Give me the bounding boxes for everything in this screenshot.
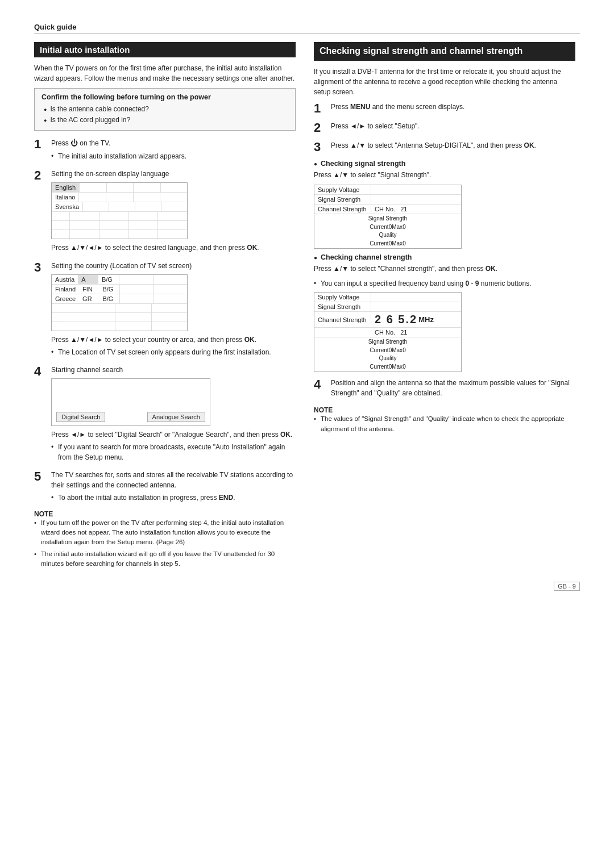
step-4-content: Starting channel search Digital Search A… [51,365,296,464]
lang-select-box: English Italiano Svenska [51,182,188,239]
main-content: Initial auto installation When the TV po… [34,42,580,570]
search-buttons: Digital Search Analogue Search [56,412,205,422]
right-note-item: The values of "Signal Strength" and "Qua… [314,414,575,434]
note-item-1: If you turn off the power on the TV afte… [34,518,296,548]
step-5-content: The TV searches for, sorts and stores al… [51,470,296,504]
right-step-4-num: 4 [314,378,326,391]
step-3-content: Setting the country (Location of TV set … [51,261,296,359]
step-4-text: Starting channel search [51,365,296,375]
note-item-2: The initial auto installation wizard wil… [34,549,296,569]
right-step-4-text: Position and align the antenna so that t… [331,378,575,398]
supply-voltage-row: Supply Voltage [314,185,461,195]
channel-strength-row: Channel Strength CH No. 21 [314,205,461,214]
step-4: 4 Starting channel search Digital Search… [34,365,296,464]
step-4-caption: Press ◄/► to select "Digital Search" or … [51,429,296,440]
step-3: 3 Setting the country (Location of TV se… [34,261,296,359]
step-1-content: Press ⏻ on the TV. The initial auto inst… [51,137,296,163]
right-step-2-content: Press ◄/► to select "Setup". [331,121,575,133]
supply-voltage-row-2: Supply Voltage [314,293,461,302]
step-2-content: Setting the on-screen display language E… [51,169,296,255]
channel-search-box: Digital Search Analogue Search [51,378,210,426]
confirm-item-1: Is the antenna cable connected? [44,104,288,115]
ch-no-row: CH No. 21 [314,328,461,337]
quick-guide-label: Quick guide [34,23,76,31]
lang-svenska: Svenska [52,202,82,211]
mhz-label: MHz [418,315,434,324]
right-step-4: 4 Position and align the antenna so that… [314,378,575,400]
freq-digits: 2 6 5 [375,313,405,326]
right-step-2-num: 2 [314,121,326,135]
right-note: NOTE The values of "Signal Strength" and… [314,406,575,434]
country-select-box: Austria A B/G Finland FIN B/G Gr [51,274,188,331]
analogue-search-btn[interactable]: Analogue Search [147,412,205,422]
step-1-text: Press ⏻ on the TV. [51,137,296,149]
initial-install-title: Initial auto installation [34,42,296,57]
confirm-list: Is the antenna cable connected? Is the A… [42,104,288,126]
page-number-value: GB - 9 [554,582,580,591]
step-1-num: 1 [34,137,47,151]
channel-strength-row-2: Channel Strength 2 6 5 . 2 MHz [314,312,461,328]
lang-italiano: Italiano [52,193,78,202]
intro-text: When the TV powers on for the first time… [34,63,296,84]
channel-strength-caption: Press ▲/▼ to select "Channel strength", … [314,264,575,274]
channel-strength-subtitle: Checking channel strength [314,253,575,261]
right-step-3: 3 Press ▲/▼ to select "Antenna Setup-DIG… [314,140,575,154]
right-step-3-num: 3 [314,140,326,154]
confirm-title: Confirm the following before turning on … [42,93,288,101]
right-step-1: 1 Press MENU and the menu screen display… [314,102,575,115]
confirm-box: Confirm the following before turning on … [34,88,296,131]
step-5-num: 5 [34,470,47,483]
step-3-bullet: The Location of TV set screen only appea… [51,347,296,357]
right-step-1-text: Press MENU and the menu screen displays. [331,102,575,112]
right-intro-text: If you install a DVB-T antenna for the f… [314,66,575,97]
step-2-num: 2 [34,169,47,182]
right-step-2-text: Press ◄/► to select "Setup". [331,121,575,131]
right-step-1-num: 1 [314,102,326,115]
step-4-bullet: If you want to search for more broadcast… [51,442,296,462]
step-3-caption: Press ▲/▼/◄/► to select your country or … [51,335,296,345]
signal-strength-table: Supply Voltage Signal Strength Channel S… [314,185,462,249]
signal-strength-row: Signal Strength [314,195,461,205]
signal-bar-section-2: Signal Strength Current 0 Max 0 Quality … [314,337,461,372]
country-greece: Greece [52,294,79,303]
signal-strength-row-2: Signal Strength [314,302,461,312]
page-header: Quick guide [34,23,580,34]
right-step-1-content: Press MENU and the menu screen displays. [331,102,575,114]
right-step-3-content: Press ▲/▼ to select "Antenna Setup-DIGIT… [331,140,575,153]
step-1-bullet: The initial auto installation wizard app… [51,151,296,161]
step-1: 1 Press ⏻ on the TV. The initial auto in… [34,137,296,163]
right-step-4-content: Position and align the antenna so that t… [331,378,575,400]
left-column: Initial auto installation When the TV po… [34,42,296,570]
left-note: NOTE If you turn off the power on the TV… [34,510,296,569]
signal-strength-subtitle: Checking signal strength [314,160,575,168]
lang-english: English [52,183,79,192]
right-step-3-text: Press ▲/▼ to select "Antenna Setup-DIGIT… [331,140,575,151]
step-2: 2 Setting the on-screen display language… [34,169,296,255]
note-title-right: NOTE [314,406,575,414]
checking-signal-title: Checking signal strength and channel str… [314,42,575,61]
page-number: GB - 9 [34,582,580,591]
step-5-text: The TV searches for, sorts and stores al… [51,470,296,490]
channel-strength-table: Supply Voltage Signal Strength Channel S… [314,292,462,372]
step-3-num: 3 [34,261,47,274]
right-column: Checking signal strength and channel str… [314,42,575,570]
note-title-left: NOTE [34,510,296,518]
step-3-text: Setting the country (Location of TV set … [51,261,296,271]
step-5: 5 The TV searches for, sorts and stores … [34,470,296,504]
digital-search-btn[interactable]: Digital Search [56,412,105,422]
step-4-num: 4 [34,365,47,378]
confirm-item-2: Is the AC cord plugged in? [44,115,288,126]
right-step-2: 2 Press ◄/► to select "Setup". [314,121,575,135]
signal-strength-caption: Press ▲/▼ to select "Signal Strength". [314,170,575,180]
country-finland: Finland [52,285,79,294]
signal-bar-section: Signal Strength Current 0 Max 0 Quality … [314,214,461,248]
country-austria: Austria [52,275,78,284]
step-2-caption: Press ▲/▼/◄/► to select the desired lang… [51,243,296,253]
channel-strength-bullet: You can input a specified frequency band… [314,278,575,289]
step-2-text: Setting the on-screen display language [51,169,296,179]
step-5-bullet: To abort the initial auto installation i… [51,493,296,503]
